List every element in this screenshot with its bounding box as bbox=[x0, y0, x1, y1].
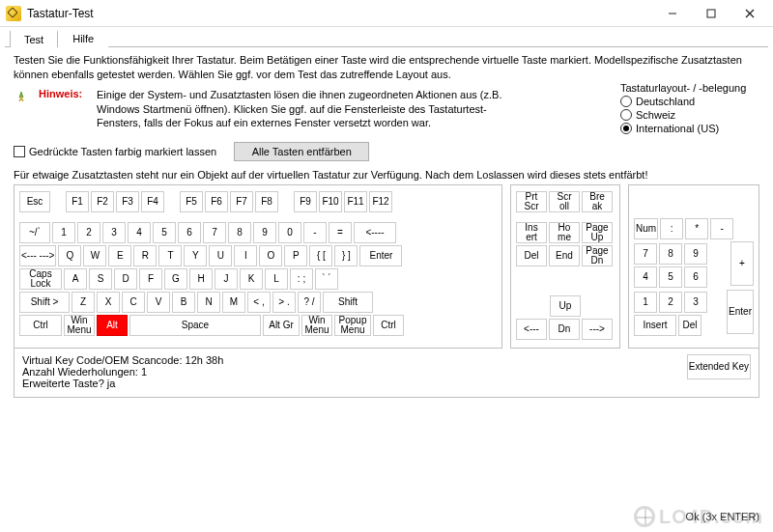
key-tilde[interactable]: ~/` bbox=[19, 222, 50, 243]
key-quote[interactable]: ` ´ bbox=[315, 268, 338, 290]
key-right[interactable]: ---> bbox=[582, 319, 613, 340]
radio-us[interactable]: International (US) bbox=[620, 123, 756, 134]
radio-ch[interactable]: Schweiz bbox=[620, 109, 756, 121]
key-popup[interactable]: Popup Menu bbox=[334, 315, 371, 336]
key-left[interactable]: <--- bbox=[516, 319, 547, 340]
key-enter[interactable]: Enter bbox=[359, 245, 402, 266]
key-5[interactable]: 5 bbox=[153, 222, 176, 243]
key-9[interactable]: 9 bbox=[253, 222, 276, 243]
key-num1[interactable]: 1 bbox=[634, 292, 657, 313]
key-num0[interactable]: Insert bbox=[634, 315, 676, 336]
key-end[interactable]: End bbox=[549, 245, 580, 266]
key-2[interactable]: 2 bbox=[77, 222, 100, 243]
key-f1[interactable]: F1 bbox=[66, 191, 89, 212]
key-numdiv[interactable]: : bbox=[660, 218, 683, 239]
key-j[interactable]: J bbox=[215, 268, 238, 290]
maximize-button[interactable] bbox=[692, 2, 730, 25]
key-home[interactable]: Ho me bbox=[549, 222, 580, 243]
titlebar[interactable]: Tastatur-Test bbox=[0, 0, 773, 27]
close-button[interactable] bbox=[730, 2, 769, 25]
key-a[interactable]: A bbox=[64, 268, 87, 290]
key-pgdn[interactable]: Page Dn bbox=[582, 245, 613, 266]
key-7[interactable]: 7 bbox=[203, 222, 226, 243]
key-esc[interactable]: Esc bbox=[19, 191, 50, 212]
key-c[interactable]: C bbox=[122, 292, 145, 313]
key-dot[interactable]: > . bbox=[272, 292, 296, 313]
key-capslock[interactable]: Caps Lock bbox=[19, 268, 62, 290]
key-numadd[interactable]: + bbox=[730, 241, 754, 286]
ok-button[interactable]: Ok (3x ENTER) bbox=[686, 511, 759, 522]
key-u[interactable]: U bbox=[209, 245, 232, 266]
key-num5[interactable]: 5 bbox=[659, 266, 682, 288]
key-n[interactable]: N bbox=[197, 292, 220, 313]
key-equals[interactable]: = bbox=[329, 222, 352, 243]
key-p[interactable]: P bbox=[284, 245, 307, 266]
key-e[interactable]: E bbox=[108, 245, 131, 266]
key-v[interactable]: V bbox=[147, 292, 170, 313]
key-lbracket[interactable]: { [ bbox=[309, 245, 332, 266]
key-rctrl[interactable]: Ctrl bbox=[373, 315, 404, 336]
key-1[interactable]: 1 bbox=[52, 222, 75, 243]
key-6[interactable]: 6 bbox=[178, 222, 201, 243]
key-break[interactable]: Bre ak bbox=[582, 191, 613, 212]
key-lalt[interactable]: Alt bbox=[97, 315, 128, 336]
key-rshift[interactable]: Shift bbox=[323, 292, 373, 313]
key-f9[interactable]: F9 bbox=[294, 191, 317, 212]
key-up[interactable]: Up bbox=[550, 295, 581, 317]
key-tab[interactable]: <--- ---> bbox=[19, 245, 56, 266]
key-f2[interactable]: F2 bbox=[91, 191, 114, 212]
key-x[interactable]: X bbox=[97, 292, 120, 313]
key-down[interactable]: Dn bbox=[549, 319, 580, 340]
key-extended[interactable]: Extended Key bbox=[687, 354, 751, 379]
key-h[interactable]: H bbox=[189, 268, 213, 290]
key-0[interactable]: 0 bbox=[278, 222, 301, 243]
key-d[interactable]: D bbox=[114, 268, 137, 290]
key-f10[interactable]: F10 bbox=[319, 191, 342, 212]
tab-test[interactable]: Test bbox=[10, 30, 58, 47]
key-z[interactable]: Z bbox=[72, 292, 95, 313]
key-numenter[interactable]: Enter bbox=[727, 290, 754, 334]
key-lshift[interactable]: Shift > bbox=[19, 292, 70, 313]
reset-colors-button[interactable]: Alle Tasten entfärben bbox=[234, 142, 369, 161]
key-insert[interactable]: Ins ert bbox=[516, 222, 547, 243]
key-semicolon[interactable]: : ; bbox=[290, 268, 313, 290]
key-delete[interactable]: Del bbox=[516, 245, 547, 266]
key-f7[interactable]: F7 bbox=[230, 191, 253, 212]
key-f11[interactable]: F11 bbox=[344, 191, 367, 212]
key-3[interactable]: 3 bbox=[102, 222, 126, 243]
key-num4[interactable]: 4 bbox=[634, 266, 657, 288]
key-numdel[interactable]: Del bbox=[678, 315, 701, 336]
key-numsub[interactable]: - bbox=[710, 218, 733, 239]
key-num3[interactable]: 3 bbox=[684, 292, 707, 313]
key-num8[interactable]: 8 bbox=[659, 243, 682, 265]
key-num6[interactable]: 6 bbox=[684, 266, 707, 288]
radio-de[interactable]: Deutschland bbox=[620, 96, 756, 107]
key-o[interactable]: O bbox=[259, 245, 282, 266]
key-altgr[interactable]: Alt Gr bbox=[263, 315, 300, 336]
key-y[interactable]: Y bbox=[184, 245, 207, 266]
key-q[interactable]: Q bbox=[58, 245, 81, 266]
key-num2[interactable]: 2 bbox=[659, 292, 682, 313]
key-f3[interactable]: F3 bbox=[116, 191, 139, 212]
key-rwin[interactable]: Win Menu bbox=[301, 315, 332, 336]
key-prtscr[interactable]: Prt Scr bbox=[516, 191, 547, 212]
minimize-button[interactable] bbox=[653, 2, 692, 25]
key-minus[interactable]: - bbox=[303, 222, 327, 243]
key-l[interactable]: L bbox=[265, 268, 288, 290]
key-f[interactable]: F bbox=[139, 268, 162, 290]
key-4[interactable]: 4 bbox=[128, 222, 151, 243]
tab-help[interactable]: Hilfe bbox=[58, 30, 108, 47]
key-scroll[interactable]: Scr oll bbox=[549, 191, 580, 212]
checkbox-keep-marked[interactable]: Gedrückte Tasten farbig markiert lassen bbox=[14, 146, 216, 157]
key-s[interactable]: S bbox=[89, 268, 112, 290]
key-8[interactable]: 8 bbox=[228, 222, 251, 243]
key-nummul[interactable]: * bbox=[685, 218, 708, 239]
key-f6[interactable]: F6 bbox=[205, 191, 228, 212]
key-num9[interactable]: 9 bbox=[684, 243, 707, 265]
key-slash[interactable]: ? / bbox=[298, 292, 321, 313]
key-f12[interactable]: F12 bbox=[369, 191, 392, 212]
key-f8[interactable]: F8 bbox=[255, 191, 278, 212]
key-num7[interactable]: 7 bbox=[634, 243, 657, 265]
key-t[interactable]: T bbox=[158, 245, 182, 266]
key-rbracket[interactable]: } ] bbox=[334, 245, 358, 266]
